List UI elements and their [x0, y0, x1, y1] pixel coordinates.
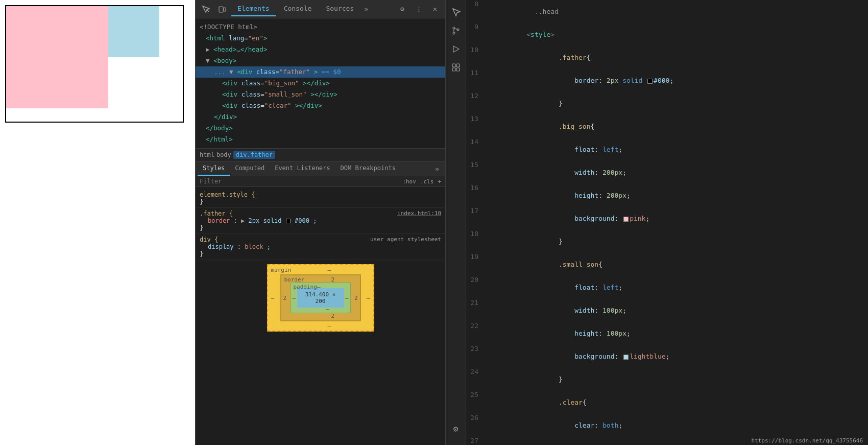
father-border-prop[interactable]: border : ▶ 2px solid #000 ;: [200, 217, 441, 224]
code-line-23: 23 background: lightblue;: [466, 345, 868, 368]
breadcrumb-html[interactable]: html: [200, 151, 214, 158]
tab-computed[interactable]: Computed: [230, 161, 270, 176]
father-source[interactable]: index.html:10: [397, 210, 441, 217]
cls-button[interactable]: .cls: [420, 178, 434, 185]
settings-icon[interactable]: ⚙: [395, 2, 409, 16]
father-rule: .father { index.html:10 border : ▶ 2px s…: [196, 208, 445, 234]
tree-clear[interactable]: <div class="clear" ></div>: [196, 100, 445, 111]
tree-body-close: </body>: [196, 123, 445, 134]
filter-input[interactable]: [200, 178, 402, 185]
code-line-12: 12 }: [466, 92, 868, 115]
tab-event-listeners[interactable]: Event Listeners: [270, 161, 335, 176]
code-line-9: 9 <style>: [466, 23, 868, 46]
tab-sources[interactable]: Sources: [320, 2, 360, 16]
tab-styles[interactable]: Styles: [198, 161, 230, 176]
div-ua-selector: div {: [200, 236, 218, 243]
code-line-13: 13 .big_son{: [466, 115, 868, 138]
svg-rect-2: [224, 8, 226, 11]
preview-box: [5, 5, 184, 123]
breadcrumb: html body div.father: [196, 149, 445, 161]
run-icon[interactable]: [448, 41, 464, 57]
tree-father-div[interactable]: ... ▼ <div class="father" > == $0: [196, 66, 445, 78]
box-content: 314.400 × 200: [297, 288, 344, 308]
border-bottom-val: 2: [331, 313, 335, 319]
code-line-24: 24 }: [466, 368, 868, 391]
box-model-section: margin – – – – border 2 2 2 2 padding– –: [196, 260, 445, 336]
tab-elements[interactable]: Elements: [231, 2, 276, 16]
tree-body[interactable]: ▼ <body>: [196, 55, 445, 66]
styles-more-tabs[interactable]: »: [431, 163, 443, 175]
svg-rect-1: [219, 7, 223, 12]
styles-tabs-bar: Styles Computed Event Listeners DOM Brea…: [196, 161, 445, 176]
code-line-14: 14 float: left;: [466, 138, 868, 161]
border-right-val: 2: [354, 295, 358, 301]
ua-source: user agent stylesheet: [370, 236, 441, 243]
code-line-10: 10 .father{: [466, 46, 868, 69]
css-rules: element.style { } .father { index.html:1…: [196, 187, 445, 445]
code-panel: 8 ..head 9 <style> 10 .father{: [466, 0, 868, 445]
margin-bottom-dash: –: [327, 322, 331, 329]
code-editor: 8 ..head 9 <style> 10 .father{: [466, 0, 868, 445]
devtools-toolbar: Elements Console Sources » ⚙ ⋮ ✕: [196, 0, 445, 18]
preview-small-son: [108, 6, 159, 57]
add-style-btn[interactable]: +: [438, 178, 441, 185]
svg-marker-7: [453, 46, 459, 52]
code-line-16: 16 height: 200px;: [466, 184, 868, 207]
element-style-selector: element.style {: [200, 191, 255, 198]
margin-label: margin: [271, 267, 292, 273]
more-tabs-btn[interactable]: »: [362, 3, 370, 15]
breadcrumb-body[interactable]: body: [216, 151, 231, 158]
code-line-21: 21 width: 100px;: [466, 299, 868, 322]
svg-rect-8: [452, 64, 455, 67]
padding-bottom-dash: –: [326, 306, 329, 312]
code-line-26: 26 clear: both;: [466, 414, 868, 437]
code-line-15: 15 width: 200px;: [466, 161, 868, 184]
svg-rect-9: [456, 64, 460, 67]
preview-big-son: [6, 6, 108, 108]
black-swatch: [286, 219, 291, 223]
father-selector: .father {: [200, 210, 233, 217]
extensions-icon[interactable]: [448, 59, 464, 76]
inspector-icon[interactable]: [199, 2, 213, 16]
element-style-rule: element.style { }: [196, 189, 445, 208]
devtools-sidebar: ⚙: [446, 0, 466, 445]
div-display-prop[interactable]: display : block ;: [200, 243, 441, 250]
svg-line-0: [207, 10, 209, 12]
tab-console[interactable]: Console: [278, 2, 318, 16]
device-icon[interactable]: [215, 2, 229, 16]
git-branch-icon[interactable]: [448, 22, 464, 39]
padding-left-dash: –: [293, 295, 296, 301]
code-line-17: 17 background: pink;: [466, 207, 868, 230]
code-line-18: 18 }: [466, 230, 868, 253]
tree-doctype: <!DOCTYPE html>: [196, 21, 445, 33]
tree-big-son[interactable]: <div class="big_son" ></div>: [196, 78, 445, 89]
tree-div-close: </div>: [196, 111, 445, 123]
code-line-11: 11 border: 2px solid #000;: [466, 69, 868, 92]
html-tree: <!DOCTYPE html> <html lang="en"> ▶ <head…: [196, 18, 445, 149]
breadcrumb-father[interactable]: div.father: [233, 151, 275, 159]
more-options-icon[interactable]: ⋮: [412, 2, 426, 16]
preview-panel: [0, 0, 196, 445]
border-left-val: 2: [283, 295, 287, 301]
gear-icon[interactable]: ⚙: [448, 420, 464, 437]
tab-dom-breakpoints[interactable]: DOM Breakpoints: [335, 161, 401, 176]
tree-head[interactable]: ▶ <head>…</head>: [196, 44, 445, 55]
tree-html[interactable]: <html lang="en">: [196, 33, 445, 44]
code-line-19: 19 .small_son{: [466, 253, 868, 276]
code-line-22: 22 height: 100px;: [466, 322, 868, 345]
hov-button[interactable]: :hov: [402, 178, 416, 185]
margin-top-dash: –: [327, 267, 331, 273]
element-style-close: }: [200, 198, 203, 205]
pink-swatch: [623, 217, 629, 222]
code-line-25: 25 .clear{: [466, 391, 868, 414]
tree-small-son[interactable]: <div class="small_son" ></div>: [196, 89, 445, 100]
close-devtools-icon[interactable]: ✕: [428, 2, 442, 16]
tree-html-close: </html>: [196, 134, 445, 145]
code-line-8: 8 ..head: [466, 0, 868, 23]
cursor-icon[interactable]: [448, 4, 464, 20]
code-line-20: 20 float: left;: [466, 276, 868, 299]
filter-bar: :hov .cls +: [196, 176, 445, 187]
div-ua-rule: div { user agent stylesheet display : bl…: [196, 234, 445, 260]
margin-left-dash: –: [271, 295, 275, 301]
padding-right-dash: –: [345, 295, 349, 301]
